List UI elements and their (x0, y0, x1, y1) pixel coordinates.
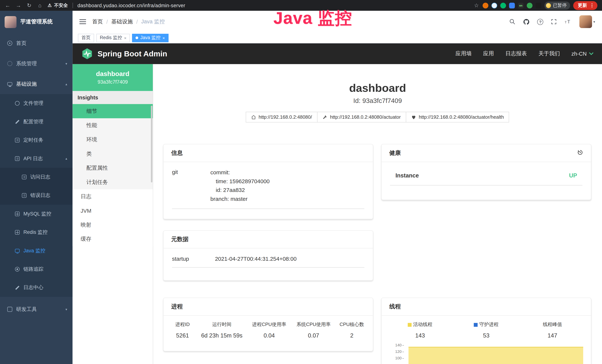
hamburger-icon[interactable] (80, 19, 86, 24)
sba-item-scheduled-tasks[interactable]: 计划任务 (73, 175, 153, 189)
caret-down-icon: ▾ (593, 20, 595, 24)
sidebar-item-java[interactable]: Java 监控 (0, 242, 73, 260)
sidebar-item-access-log[interactable]: 访问日志 (0, 168, 73, 186)
extension-icon-2[interactable] (492, 2, 497, 8)
fullscreen-icon[interactable] (551, 18, 557, 25)
sidebar-item-redis[interactable]: Redis 监控 (0, 223, 73, 241)
sba-item-environment[interactable]: 环境 (73, 132, 153, 147)
sidebar-item-infra[interactable]: 基础设施 ▴ (0, 74, 73, 94)
card-title: 健康 (389, 150, 401, 157)
metadata-value: 2021-04-27T00:44:31.254+08:00 (215, 256, 297, 262)
sba-item-classes[interactable]: 类 (73, 147, 153, 161)
security-chip[interactable]: ⚠ 不安全 (48, 2, 68, 9)
sidebar-item-log-center[interactable]: 日志中心 (0, 278, 73, 297)
tab-home[interactable]: 首页 (78, 33, 94, 42)
y-axis-tick: 120 (391, 349, 404, 353)
topbar-actions: ? TT ▾ (509, 15, 595, 28)
tab-label: 首页 (81, 34, 91, 41)
legend-swatch-yellow (408, 323, 412, 327)
bookmark-star-icon[interactable]: ☆ (473, 2, 479, 8)
close-icon[interactable]: × (162, 36, 165, 40)
github-icon[interactable] (523, 18, 530, 25)
y-axis-tick: 100 (391, 356, 404, 360)
sba-nav-journal[interactable]: 日志报表 (505, 50, 527, 57)
sidebar-item-config[interactable]: 配置管理 (0, 113, 73, 131)
sidebar-item-label: 系统管理 (16, 60, 37, 67)
paused-badge[interactable]: 已暂停 (544, 1, 570, 9)
sidebar-item-devtools[interactable]: 研发工具 ▾ (0, 299, 73, 320)
scrollbar-thumb[interactable] (151, 106, 152, 182)
mysql-icon (15, 212, 20, 216)
process-value: 0.07 (292, 328, 335, 339)
sba-nav-about[interactable]: 关于我们 (538, 50, 560, 57)
sidebar-item-mysql[interactable]: MySQL 监控 (0, 205, 73, 223)
app-logo[interactable]: 芋道管理系统 (0, 11, 73, 33)
sba-item-jvm[interactable]: JVM (73, 203, 153, 218)
extension-icon-on[interactable]: on (518, 2, 524, 8)
health-card: 健康 Instance UP (381, 144, 591, 200)
error-log-icon (22, 193, 27, 198)
git-id-line: id: 27aa832 (210, 186, 364, 194)
sidebar-item-label: 日志中心 (23, 284, 43, 291)
sidebar-item-label: 配置管理 (23, 118, 43, 125)
sba-nav-applications[interactable]: 应用 (483, 50, 494, 57)
locale-label: zh-CN (571, 51, 587, 57)
close-icon[interactable]: × (124, 36, 127, 40)
tab-java[interactable]: Java 监控 × (132, 33, 168, 42)
sidebar-item-home[interactable]: 首页 (0, 33, 73, 54)
sba-item-caches[interactable]: 缓存 (73, 232, 153, 246)
update-button[interactable]: 更新 ⋮ (573, 1, 597, 10)
sidebar-item-error-log[interactable]: 错误日志 (0, 186, 73, 204)
browser-menu-icon[interactable]: ⋮ (590, 3, 594, 8)
extension-icon-4[interactable] (509, 2, 515, 8)
extension-icon-3[interactable] (500, 2, 506, 8)
search-icon[interactable] (509, 18, 516, 25)
sidebar-item-label: MySQL 监控 (23, 211, 51, 217)
instance-health-link[interactable]: http://192.168.0.2:48080/actuator/health (406, 112, 509, 123)
help-icon[interactable]: ? (537, 19, 543, 25)
instance-links: http://192.168.0.2:48080/ http://192.168… (153, 112, 602, 123)
sidebar-item-api-log[interactable]: API 日志 ▴ (0, 150, 73, 168)
sidebar-item-file[interactable]: 文件管理 (0, 94, 73, 112)
sba-item-config-props[interactable]: 配置属性 (73, 161, 153, 175)
font-size-icon[interactable]: TT (565, 18, 572, 25)
sba-nav-links: 应用墙 应用 日志报表 关于我们 zh-CN (456, 50, 594, 57)
active-dot (136, 37, 138, 39)
instance-header[interactable]: dashboard 93a3fc7f7409 (73, 64, 153, 91)
extension-icon-5[interactable] (527, 2, 532, 8)
extension-icon-1[interactable] (483, 2, 488, 8)
breadcrumb-home[interactable]: 首页 (92, 18, 103, 25)
user-avatar[interactable]: ▾ (580, 15, 595, 28)
extensions-puzzle-icon[interactable] (536, 2, 541, 8)
sba-nav-wallboard[interactable]: 应用墙 (456, 50, 472, 57)
insights-group: 细节 性能 环境 类 配置属性 计划任务 (73, 104, 153, 189)
locale-selector[interactable]: zh-CN (571, 51, 593, 57)
sidebar-item-job[interactable]: 定时任务 (0, 131, 73, 149)
app-title: 芋道管理系统 (20, 18, 53, 25)
sidebar-item-label: 研发工具 (16, 306, 37, 313)
api-log-icon (15, 156, 20, 161)
sba-item-mappings[interactable]: 映射 (73, 218, 153, 232)
sba-brand-label: Spring Boot Admin (97, 49, 167, 58)
dashboard-icon (7, 41, 12, 46)
history-icon[interactable] (577, 150, 583, 157)
instance-actuator-link[interactable]: http://192.168.0.2:48080/actuator (317, 112, 406, 123)
reload-icon[interactable]: ↻ (26, 2, 32, 8)
tab-redis[interactable]: Redis 监控 × (97, 33, 130, 42)
sidebar-item-label: 定时任务 (23, 137, 43, 143)
sba-item-details[interactable]: 细节 (73, 104, 153, 118)
sidebar-item-system[interactable]: 系统管理 ▾ (0, 54, 73, 74)
breadcrumb-section[interactable]: 基础设施 (111, 18, 133, 25)
instance-base-link[interactable]: http://192.168.0.2:48080/ (246, 112, 317, 123)
metadata-label: startup (172, 256, 215, 262)
sba-brand[interactable]: Spring Boot Admin (81, 48, 167, 60)
sidebar-item-trace[interactable]: 链路追踪 (0, 260, 73, 278)
address-url[interactable]: dashboard.yudao.iocoder.cn/infra/admin-s… (77, 2, 185, 8)
sba-item-performance[interactable]: 性能 (73, 118, 153, 133)
sba-navbar: Spring Boot Admin 应用墙 应用 日志报表 关于我们 zh-CN (73, 43, 602, 64)
forward-icon[interactable]: → (15, 2, 22, 8)
back-icon[interactable]: ← (5, 2, 11, 8)
browser-home-icon[interactable]: ⌂ (37, 2, 43, 8)
sba-item-logs[interactable]: 日志 (73, 189, 153, 203)
breadcrumb-separator: / (136, 19, 138, 25)
